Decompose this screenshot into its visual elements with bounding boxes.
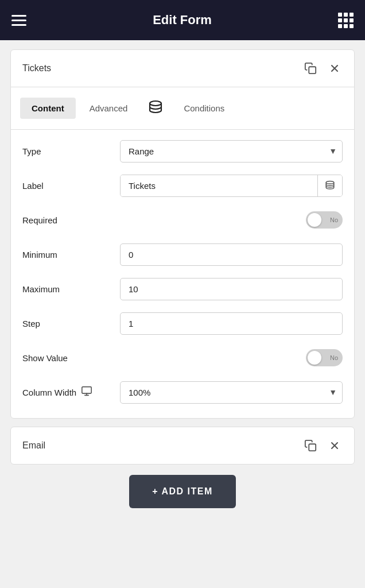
type-select-wrapper: Range Number Text Date ▼ [120, 140, 343, 163]
maximum-input[interactable] [120, 278, 343, 300]
type-control: Range Number Text Date ▼ [120, 140, 343, 163]
column-width-select[interactable]: 25% 50% 75% 100% [120, 381, 343, 404]
email-close-button[interactable] [327, 438, 343, 454]
required-label: Required [22, 215, 120, 225]
add-item-button[interactable]: + ADD ITEM [129, 475, 236, 508]
tickets-close-button[interactable] [327, 60, 343, 76]
tickets-card-header: Tickets [11, 50, 354, 87]
show-value-toggle-track[interactable]: No [306, 349, 343, 366]
hamburger-menu-icon[interactable] [11, 15, 26, 26]
show-value-control: No [120, 349, 343, 366]
email-card-actions [302, 438, 343, 454]
required-toggle-track[interactable]: No [306, 211, 343, 229]
type-label: Type [22, 146, 120, 156]
show-value-label: Show Value [22, 353, 120, 363]
tab-conditions[interactable]: Conditions [172, 98, 236, 119]
monitor-icon [81, 386, 92, 399]
minimum-input[interactable] [120, 243, 343, 266]
app-header: Edit Form [0, 0, 365, 40]
tickets-card: Tickets Content Advanced [10, 49, 355, 419]
show-value-toggle-knob [308, 351, 321, 365]
minimum-label: Minimum [22, 250, 120, 260]
tickets-tabs: Content Advanced Conditions [11, 87, 354, 130]
tickets-copy-button[interactable] [302, 60, 319, 76]
svg-rect-8 [309, 444, 316, 451]
minimum-control [120, 243, 343, 266]
label-row: Label [22, 170, 343, 201]
tab-content[interactable]: Content [20, 98, 76, 119]
svg-point-4 [326, 181, 334, 184]
svg-rect-5 [82, 387, 91, 393]
maximum-row: Maximum [22, 273, 343, 304]
show-value-toggle[interactable]: No [306, 349, 343, 366]
step-label: Step [22, 319, 120, 328]
column-width-control: 25% 50% 75% 100% ▼ [120, 381, 343, 404]
type-row: Type Range Number Text Date ▼ [22, 136, 343, 167]
tab-data-icon[interactable] [141, 95, 170, 121]
required-toggle[interactable]: No [306, 211, 343, 229]
minimum-row: Minimum [22, 239, 343, 270]
label-control [120, 175, 343, 197]
tab-advanced[interactable]: Advanced [78, 98, 139, 119]
page-title: Edit Form [153, 13, 212, 28]
column-width-select-wrapper: 25% 50% 75% 100% ▼ [120, 381, 343, 404]
main-content: Tickets Content Advanced [0, 40, 365, 588]
tickets-card-actions [302, 60, 343, 76]
tickets-form-body: Type Range Number Text Date ▼ Label [11, 130, 354, 418]
label-db-icon[interactable] [317, 175, 342, 196]
maximum-label: Maximum [22, 284, 120, 294]
label-input[interactable] [121, 175, 317, 196]
svg-rect-0 [309, 67, 316, 74]
tickets-card-title: Tickets [22, 63, 302, 74]
email-card-title: Email [22, 440, 302, 451]
email-copy-button[interactable] [302, 438, 319, 454]
column-width-label: Column Width [22, 386, 120, 399]
email-card: Email [10, 427, 355, 465]
label-field-label: Label [22, 181, 120, 191]
svg-point-3 [150, 101, 161, 106]
show-value-toggle-text: No [330, 354, 338, 361]
label-input-group [120, 175, 343, 197]
step-row: Step [22, 308, 343, 339]
show-value-row: Show Value No [22, 342, 343, 373]
email-card-header: Email [11, 427, 354, 464]
grid-menu-icon[interactable] [338, 13, 354, 28]
step-input[interactable] [120, 312, 343, 335]
required-row: Required No [22, 204, 343, 235]
type-select[interactable]: Range Number Text Date [120, 140, 343, 163]
step-control [120, 312, 343, 335]
required-toggle-knob [308, 213, 321, 227]
column-width-row: Column Width 25% 50% 75 [22, 377, 343, 408]
required-control: No [120, 211, 343, 229]
maximum-control [120, 278, 343, 300]
required-toggle-text: No [330, 216, 338, 223]
